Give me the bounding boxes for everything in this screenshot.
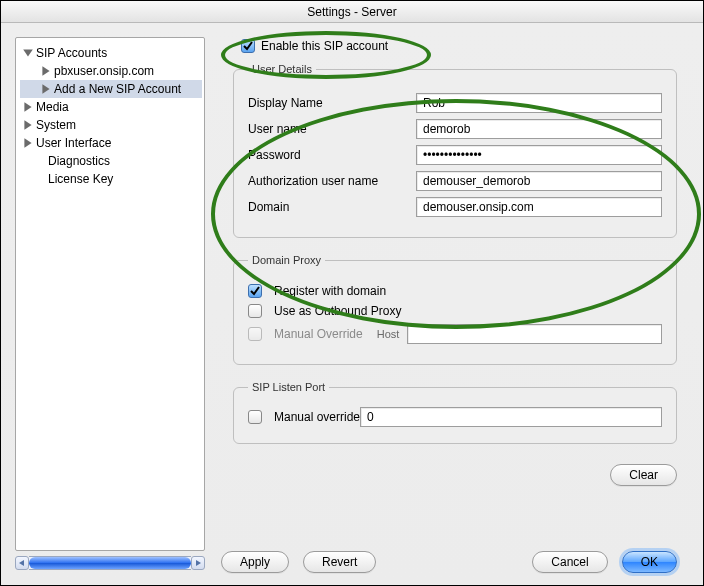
domain-proxy-group: Domain Proxy Register with domain Use a [233,254,677,365]
manual-override-proxy-label: Manual Override [274,327,363,341]
domain-proxy-legend: Domain Proxy [248,254,325,266]
svg-marker-5 [24,138,31,148]
outbound-proxy-label: Use as Outbound Proxy [274,304,401,318]
sip-listen-port-group: SIP Listen Port Manual override [233,381,677,444]
clear-button[interactable]: Clear [610,464,677,486]
host-input[interactable] [407,324,662,344]
content-pane: Enable this SIP account User Details Dis… [205,37,689,571]
settings-window: Settings - Server SIP Accounts [0,0,704,586]
scroll-right-button[interactable] [191,556,205,570]
user-details-legend: User Details [248,63,316,75]
disclosure-triangle-down-icon[interactable] [22,47,34,59]
horizontal-scrollbar[interactable] [15,555,205,571]
auth-user-input[interactable] [416,171,662,191]
button-row: Apply Revert Cancel OK [221,551,677,573]
ok-button[interactable]: OK [622,551,677,573]
cancel-button[interactable]: Cancel [532,551,607,573]
tree-label: pbxuser.onsip.com [54,64,154,78]
svg-marker-6 [19,560,24,566]
sidebar-tree[interactable]: SIP Accounts pbxuser.onsip.com Add a New… [15,37,205,551]
domain-label: Domain [248,200,416,214]
tree-item-sip-accounts[interactable]: SIP Accounts [20,44,202,62]
enable-sip-account-label: Enable this SIP account [261,39,388,53]
manual-override-proxy-checkbox[interactable] [248,327,262,341]
svg-marker-3 [24,102,31,112]
tree-label: Media [36,100,69,114]
tree-item-add-sip-account[interactable]: Add a New SIP Account [20,80,202,98]
tree-label: System [36,118,76,132]
tree-item-media[interactable]: Media [20,98,202,116]
tree-item-license-key[interactable]: License Key [20,170,202,188]
sidebar-wrap: SIP Accounts pbxuser.onsip.com Add a New… [15,37,205,571]
svg-marker-0 [23,49,33,56]
outbound-proxy-checkbox[interactable] [248,304,262,318]
scroll-track[interactable] [29,556,191,570]
password-input[interactable] [416,145,662,165]
window-body: SIP Accounts pbxuser.onsip.com Add a New… [1,23,703,585]
register-with-domain-checkbox[interactable] [248,284,262,298]
titlebar: Settings - Server [1,1,703,23]
user-name-input[interactable] [416,119,662,139]
svg-marker-2 [42,84,49,94]
display-name-label: Display Name [248,96,416,110]
register-with-domain-label: Register with domain [274,284,386,298]
domain-input[interactable] [416,197,662,217]
host-label: Host [377,328,400,340]
svg-marker-1 [42,66,49,76]
tree-item-diagnostics[interactable]: Diagnostics [20,152,202,170]
tree-label: User Interface [36,136,111,150]
tree-item-system[interactable]: System [20,116,202,134]
disclosure-triangle-right-icon[interactable] [22,119,34,131]
tree-label: SIP Accounts [36,46,107,60]
manual-override-port-checkbox[interactable] [248,410,262,424]
disclosure-triangle-right-icon[interactable] [40,83,52,95]
tree-label: Diagnostics [48,154,110,168]
password-label: Password [248,148,416,162]
tree-label: Add a New SIP Account [54,82,181,96]
disclosure-triangle-right-icon[interactable] [22,137,34,149]
apply-button[interactable]: Apply [221,551,289,573]
enable-sip-account-checkbox[interactable] [241,39,255,53]
svg-marker-4 [24,120,31,130]
enable-sip-account-row: Enable this SIP account [241,39,689,53]
scroll-left-button[interactable] [15,556,29,570]
tree-item-pbxuser[interactable]: pbxuser.onsip.com [20,62,202,80]
tree-label: License Key [48,172,113,186]
user-details-group: User Details Display Name User name Pass… [233,63,677,238]
display-name-input[interactable] [416,93,662,113]
sip-listen-port-legend: SIP Listen Port [248,381,329,393]
scroll-thumb[interactable] [29,557,191,569]
window-title: Settings - Server [307,5,396,19]
disclosure-triangle-right-icon[interactable] [40,65,52,77]
manual-override-port-label: Manual override [274,410,360,424]
auth-user-label: Authorization user name [248,174,416,188]
svg-marker-7 [196,560,201,566]
disclosure-triangle-right-icon[interactable] [22,101,34,113]
user-name-label: User name [248,122,416,136]
listen-port-input[interactable] [360,407,662,427]
revert-button[interactable]: Revert [303,551,376,573]
tree-item-user-interface[interactable]: User Interface [20,134,202,152]
